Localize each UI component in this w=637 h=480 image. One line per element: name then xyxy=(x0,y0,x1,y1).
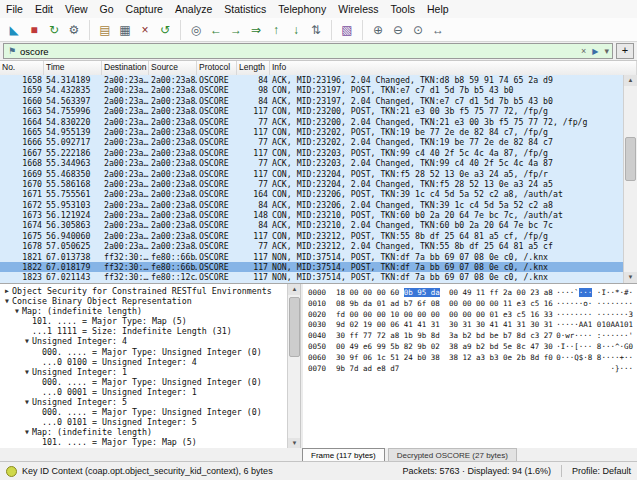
find-packet-icon[interactable]: ◎ xyxy=(180,20,206,40)
expander-icon[interactable]: ▼ xyxy=(22,397,32,407)
clear-filter-icon[interactable]: × xyxy=(578,46,589,56)
restart-capture-icon[interactable]: ↻ xyxy=(44,20,64,40)
packet-row[interactable]: 1665 54.955139 2a00:23a… 2a00:23a8… OSCO… xyxy=(0,127,624,137)
go-to-packet-icon[interactable]: ⇒ xyxy=(246,20,266,40)
tree-item[interactable]: ▼ Map: (indefinite length) xyxy=(0,427,287,437)
menu-item[interactable]: View xyxy=(59,3,94,15)
tree-item[interactable]: 000. .... = Major Type: Unsigned Integer… xyxy=(0,377,287,387)
apply-filter-icon[interactable]: ▶ xyxy=(589,47,601,56)
column-header[interactable]: Info xyxy=(270,61,637,75)
packet-row[interactable]: 1663 54.755996 2a00:23a… 2a00:23a8… OSCO… xyxy=(0,106,624,116)
zoom-reset-icon[interactable]: ⊙ xyxy=(408,20,428,40)
packet-row[interactable]: 1673 56.121924 2a00:23a… 2a00:23a8… OSCO… xyxy=(0,210,624,220)
filter-value[interactable]: oscore xyxy=(20,46,49,57)
packet-row[interactable]: 1666 55.092717 2a00:23a… 2a00:23a8… OSCO… xyxy=(0,137,624,147)
packet-row[interactable]: 1658 54.314189 2a00:23a… 2a00:23a8… OSCO… xyxy=(0,75,624,85)
hex-ascii[interactable]: ·}··· xyxy=(610,364,635,375)
expander-icon[interactable]: ▶ xyxy=(2,286,12,296)
packet-row[interactable]: 1672 55.953103 2a00:23a… 2a00:23a8… OSCO… xyxy=(0,200,624,210)
menu-item[interactable]: Help xyxy=(421,3,455,15)
filter-dropdown-icon[interactable]: ▾ xyxy=(601,46,612,56)
hex-row[interactable]: 0070 9b 7d ad e8 d7 ·}··· xyxy=(308,364,635,375)
auto-scroll-icon[interactable]: ⇅ xyxy=(306,20,326,40)
tree-item[interactable]: 101. .... = Major Type: Map (5) xyxy=(0,437,287,447)
hex-row[interactable]: 0050 00 49 e6 99 5b 82 9b 02 38 a9 b2 bd… xyxy=(308,342,635,353)
capture-options-icon[interactable]: ⚙ xyxy=(64,20,84,40)
hex-ascii[interactable]: 0···Q$·8 8····+·· xyxy=(556,353,635,364)
tree-item[interactable]: 000. .... = Major Type: Unsigned Integer… xyxy=(0,407,287,417)
packet-row[interactable]: 1660 54.563397 2a00:23a… 2a00:23a8… OSCO… xyxy=(0,96,624,106)
hex-bytes[interactable]: 30 ff 77 72 a8 1b 9b 8d 3a b2 bd be b7 8… xyxy=(336,331,553,342)
expander-icon[interactable] xyxy=(32,417,42,427)
tree-item[interactable]: ▼ Unsigned Integer: 4 xyxy=(0,336,287,346)
tree-item[interactable]: ...0 0001 = Unsigned Integer: 1 xyxy=(0,387,287,397)
tree-item[interactable]: ...1 1111 = Size: Indefinite Length (31) xyxy=(0,326,287,336)
expander-icon[interactable]: ▼ xyxy=(12,306,22,316)
byte-view-tab[interactable]: Decrypted OSCORE (27 bytes) xyxy=(388,448,517,462)
go-back-icon[interactable]: ← xyxy=(206,20,226,40)
tree-item[interactable]: 000. .... = Major Type: Unsigned Integer… xyxy=(0,347,287,357)
packet-row[interactable]: 1670 55.586168 2a00:23a… 2a00:23a8… OSCO… xyxy=(0,179,624,189)
hex-ascii[interactable]: ·I··[··· 8···^·G0 xyxy=(556,342,635,353)
packet-row[interactable]: 1659 54.432835 2a00:23a… 2a00:23a8… OSCO… xyxy=(0,85,624,95)
packet-row[interactable]: 1667 55.222186 2a00:23a… 2a00:23a8… OSCO… xyxy=(0,148,624,158)
tree-item[interactable]: ▼ Unsigned Integer: 1 xyxy=(0,367,287,377)
hex-row[interactable]: 0010 08 9b da 01 ad b7 6f 08 00 00 00 00… xyxy=(308,299,635,310)
hex-ascii[interactable]: ······o· ········ xyxy=(556,299,635,310)
status-profile[interactable]: Profile: Default xyxy=(572,466,631,476)
filter-bookmark-icon[interactable]: ⚑ xyxy=(4,46,20,56)
menu-item[interactable]: Statistics xyxy=(218,3,272,15)
expander-icon[interactable] xyxy=(32,407,42,417)
menu-item[interactable]: Capture xyxy=(120,3,169,15)
scrollbar-thumb[interactable] xyxy=(625,137,636,181)
packet-row[interactable]: 1823 67.021143 ff32:30:… fe80::12c… OSCO… xyxy=(0,272,624,282)
resize-columns-icon[interactable]: ↔ xyxy=(428,20,448,40)
hex-bytes[interactable]: 18 00 00 00 60 0b 95 da 00 49 11 ff 2a 0… xyxy=(336,288,553,299)
hex-row[interactable]: 0060 30 9f 06 1c 51 24 b0 38 38 12 a3 b3… xyxy=(308,353,635,364)
hex-ascii[interactable]: 0·wr···· :······' xyxy=(556,331,635,342)
go-last-icon[interactable]: ↓ xyxy=(286,20,306,40)
start-capture-icon[interactable]: ◣ xyxy=(4,20,24,40)
tree-item[interactable]: ...0 0101 = Unsigned Integer: 5 xyxy=(0,417,287,427)
hex-bytes[interactable]: 00 49 e6 99 5b 82 9b 02 38 a9 b2 bd 5e 8… xyxy=(336,342,553,353)
colorize-icon[interactable]: ▧ xyxy=(331,20,357,40)
packet-row[interactable]: 1669 55.468350 2a00:23a… 2a00:23a8… OSCO… xyxy=(0,169,624,179)
display-filter-input[interactable]: ⚑ oscore × ▶ ▾ xyxy=(3,43,613,59)
packet-row[interactable]: 1664 54.830220 2a00:23a… 2a00:23a8… OSCO… xyxy=(0,117,624,127)
packet-row[interactable]: 1668 55.344963 2a00:23a… 2a00:23a8… OSCO… xyxy=(0,158,624,168)
column-header[interactable]: Destination xyxy=(102,61,149,75)
packet-row[interactable]: 1671 55.755561 2a00:23a… 2a00:23a8… OSCO… xyxy=(0,189,624,199)
hex-row[interactable]: 0040 30 ff 77 72 a8 1b 9b 8d 3a b2 bd be… xyxy=(308,331,635,342)
tree-item[interactable]: 101. .... = Major Type: Map (5) xyxy=(0,316,287,326)
hex-row[interactable]: 0020 fd 00 00 00 10 00 00 00 00 00 00 01… xyxy=(308,310,635,321)
packet-list-scrollbar[interactable]: ▲ ▼ xyxy=(623,75,637,283)
tree-item[interactable]: ▼ Concise Binary Object Representation xyxy=(0,296,287,306)
packet-row[interactable]: 1822 67.018179 ff32:30:… fe80::66b… OSCO… xyxy=(0,262,624,272)
expert-info-icon[interactable] xyxy=(6,466,17,477)
expander-icon[interactable] xyxy=(32,377,42,387)
expander-icon[interactable] xyxy=(32,347,42,357)
menu-item[interactable]: Edit xyxy=(29,3,59,15)
hex-ascii[interactable]: ·····AA1 010AA101 xyxy=(556,320,635,331)
tree-item[interactable]: ▼ Map: (indefinite length) xyxy=(0,306,287,316)
expander-icon[interactable]: ▼ xyxy=(22,367,32,377)
scroll-up-icon[interactable]: ▲ xyxy=(624,75,637,86)
expander-icon[interactable] xyxy=(32,437,42,447)
menu-item[interactable]: Wireless xyxy=(332,3,384,15)
close-file-icon[interactable]: × xyxy=(135,20,155,40)
column-header[interactable]: Source xyxy=(149,61,197,75)
hex-row[interactable]: 0030 9d 02 19 00 06 41 41 31 30 31 30 41… xyxy=(308,320,635,331)
expander-icon[interactable]: ▼ xyxy=(22,336,32,346)
tree-item[interactable]: ...0 0100 = Unsigned Integer: 4 xyxy=(0,357,287,367)
reload-icon[interactable]: ↺ xyxy=(155,20,175,40)
stop-capture-icon[interactable]: ■ xyxy=(24,20,44,40)
menu-item[interactable]: Analyze xyxy=(169,3,218,15)
hex-bytes[interactable]: fd 00 00 00 10 00 00 00 00 00 00 01 e3 c… xyxy=(336,310,553,321)
menu-item[interactable]: Telephony xyxy=(272,3,332,15)
menu-item[interactable]: Tools xyxy=(384,3,421,15)
hex-ascii[interactable]: ····`··· ·I··*·#· xyxy=(556,288,635,299)
column-header[interactable]: No. xyxy=(0,61,44,75)
tree-item[interactable]: ▶ Object Security for Constrained RESTfu… xyxy=(0,286,287,296)
expander-icon[interactable] xyxy=(32,387,42,397)
zoom-in-icon[interactable]: ⊕ xyxy=(362,20,388,40)
